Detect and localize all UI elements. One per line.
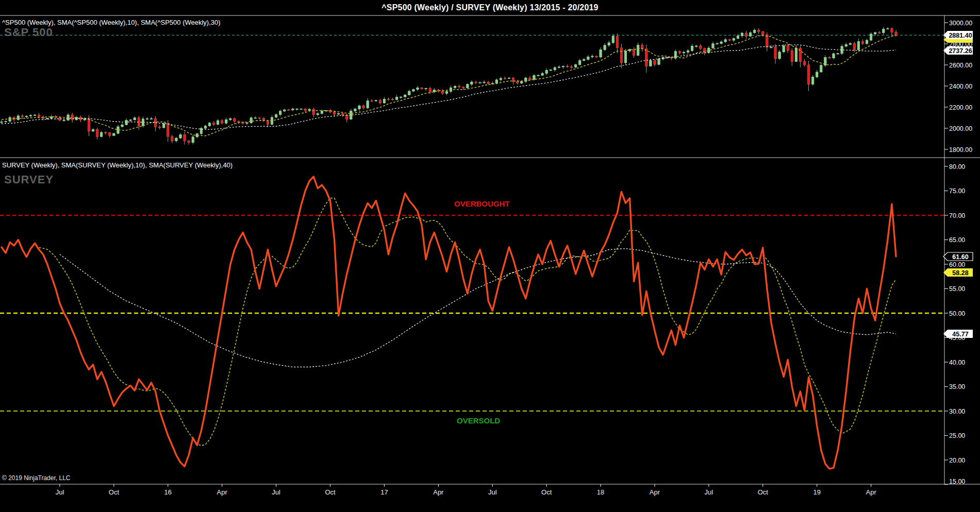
time-axis-label: Oct [541,488,552,496]
survey-axis-tick: 15.00 [949,478,965,485]
time-axis-label: Apr [866,488,877,496]
survey-sma40-line [60,249,896,367]
price-axis-tick: 2600.00 [949,62,972,69]
chart-canvas[interactable]: 3000.002800.002600.002400.002200.002000.… [0,0,980,512]
survey-axis-tick: 60.00 [949,261,965,268]
survey-axis-tick: 50.00 [949,310,965,317]
price-axis-tick: 2400.00 [949,83,972,90]
time-axis[interactable]: JulOct16AprJulOct17AprJulOct18AprJulOct1… [56,484,877,496]
time-axis-label: Apr [433,488,444,496]
candlestick-series[interactable] [1,28,897,142]
price-sma30-line [2,45,896,130]
price-axis-tick: 3000.00 [949,20,972,27]
time-axis-label: Apr [650,488,660,496]
survey-axis-tick: 75.00 [949,187,965,195]
price-axis[interactable]: 3000.002800.002600.002400.002200.002000.… [944,20,972,153]
price-axis-tick: 2800.00 [949,41,972,48]
time-axis-label: Apr [217,488,228,496]
price-panel-watermark: S&P 500 [4,26,53,39]
survey-axis-tick: 80.00 [949,163,965,170]
survey-axis-tick: 70.00 [949,212,965,219]
overbought-label: OVERBOUGHT [454,199,510,208]
time-axis-label: 16 [164,488,172,496]
survey-axis-tick: 20.00 [949,457,965,464]
time-axis-label: Oct [109,488,120,496]
survey-axis-tick: 25.00 [949,432,965,439]
price-sma10-line [2,35,896,136]
chart-window: 3000.002800.002600.002400.002200.002000.… [0,0,980,512]
survey-axis-tick: 30.00 [949,408,965,415]
price-axis-tick: 1800.00 [949,146,972,153]
survey-axis[interactable]: 80.0075.0070.0065.0060.0055.0050.0045.00… [944,163,965,485]
time-axis-label: Jul [705,488,713,496]
price-axis-tick: 2000.00 [949,125,972,132]
time-axis-label: Oct [758,488,769,496]
survey-axis-tick: 45.00 [949,334,965,342]
window-title: ^SP500 (Weekly) / SURVEY (Weekly) 13/201… [0,2,980,14]
time-axis-label: 18 [597,488,604,496]
time-axis-label: Oct [325,488,336,496]
price-axis-tick: 2200.00 [949,104,972,111]
time-axis-label: 17 [380,488,388,496]
survey-line[interactable] [2,177,896,469]
time-axis-label: Jul [56,488,64,496]
copyright-text: © 2019 NinjaTrader, LLC [2,474,70,482]
time-axis-label: Jul [272,488,280,496]
oversold-label: OVERSOLD [457,416,500,425]
survey-panel-legend: SURVEY (Weekly), SMA(SURVEY (Weekly),10)… [2,161,232,169]
survey-axis-tick: 40.00 [949,359,965,366]
survey-axis-tick: 35.00 [949,383,965,390]
time-axis-label: Jul [488,488,497,496]
time-axis-label: 19 [813,488,820,496]
survey-panel-watermark: SURVEY [4,173,54,186]
survey-sma10-line [39,198,896,446]
survey-axis-tick: 65.00 [949,236,965,244]
candle-wicks [2,27,896,144]
survey-axis-tick: 55.00 [949,285,965,293]
price-panel-legend: ^SP500 (Weekly), SMA(^SP500 (Weekly),10)… [2,19,221,26]
